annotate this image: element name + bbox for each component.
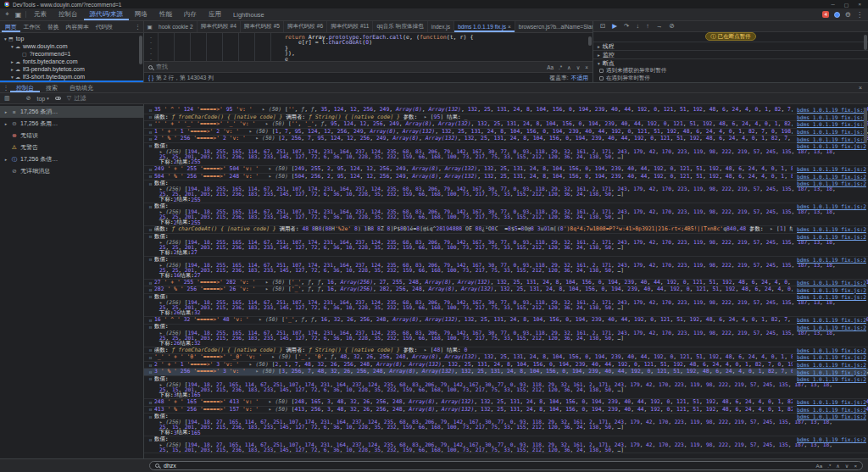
drawer-menu-icon[interactable]: ⋮ <box>2 83 10 92</box>
source-link[interactable]: bdms_1.0.1.19_fix.js:2 <box>793 121 866 128</box>
context-selector[interactable]: top ▾ <box>37 96 49 102</box>
source-link[interactable]: bdms_1.0.1.19_fix.js:2 <box>793 203 866 210</box>
expand-icon[interactable]: ▸ <box>3 157 8 162</box>
devtools-menu-icon[interactable]: ⋮ <box>856 11 863 19</box>
breakpoint-option[interactable]: 遇到未捕获的异常时暂停 <box>593 67 868 75</box>
tab-close-icon[interactable]: × <box>508 24 511 30</box>
debugger-section-断点[interactable]: ▾断点 <box>593 58 868 67</box>
expand-icon[interactable]: ▸ <box>9 59 15 64</box>
console-filter-input[interactable]: ▽ 过滤 <box>67 94 86 103</box>
find-input[interactable]: 查找 <box>156 63 168 71</box>
resume-script-icon[interactable]: ▶ <box>612 22 617 30</box>
tab-Lighthouse[interactable]: Lighthouse <box>227 8 270 20</box>
step-over-icon[interactable]: ↷ <box>624 22 629 30</box>
checkbox-icon[interactable] <box>599 76 604 81</box>
debugger-scrollbar[interactable] <box>864 35 867 50</box>
drawer-tab-搜索[interactable]: 搜索 <box>40 83 64 92</box>
tree-item[interactable]: ▾☁www.douyin.com <box>0 42 143 50</box>
clear-console-icon[interactable]: ⊘ <box>26 95 31 102</box>
source-link[interactable]: bdms_1.0.1.19_fix.js:2 <box>793 174 866 180</box>
expand-icon[interactable]: ▾ <box>9 75 15 80</box>
source-link[interactable]: bdms_1.0.1.19_fix.js:2 <box>793 317 866 324</box>
source-link[interactable]: bdms_1.0.1.19_fix.js:2 <box>793 414 866 420</box>
console-filter-list[interactable]: ▸≡17,256 条消… <box>0 106 143 118</box>
drawer-close-icon[interactable]: × <box>854 83 866 92</box>
source-link[interactable]: bdms_1.0.1.19_fix.js:2 <box>793 129 866 136</box>
dock-icon[interactable]: ⊡ <box>600 22 605 30</box>
tab-strip-icon[interactable]: ▣ <box>144 21 155 32</box>
tree-item[interactable]: ▸☁fonts.bytedance.com <box>0 58 143 65</box>
expand-icon[interactable]: ▸ <box>598 44 600 49</box>
source-link[interactable]: bdms_1.0.1.19_fix.js:2 <box>793 369 866 375</box>
source-link[interactable]: bdms_1.0.1.19_fix.js:2 <box>793 376 866 383</box>
expand-icon[interactable]: ▸ <box>3 109 8 114</box>
expand-icon[interactable]: ▸ <box>3 121 8 126</box>
tab-控制台[interactable]: 控制台 <box>53 8 84 20</box>
source-link[interactable]: bdms_1.0.1.19_fix.js:2 <box>793 436 866 443</box>
find-prev-icon[interactable]: ∧ <box>567 64 571 70</box>
editor-tab[interactable]: bdms 1.0.1.19 fix.js× <box>454 21 515 32</box>
editor-tab[interactable]: index.js <box>428 21 454 32</box>
step-icon[interactable]: → <box>656 22 663 30</box>
search-prev-icon[interactable]: ∧ <box>836 463 840 469</box>
find-next-icon[interactable]: ∨ <box>576 64 581 70</box>
live-expression-eye-icon[interactable] <box>55 97 61 101</box>
match-case-icon[interactable]: Aa <box>816 463 823 469</box>
regex-icon[interactable]: .* <box>827 463 831 469</box>
expand-icon[interactable]: ▸ <box>598 53 600 58</box>
console-filter-info[interactable]: ▸ⓘ17,256 条信… <box>0 153 143 165</box>
drawer-tab-自动填充[interactable]: 自动填充 <box>64 83 99 92</box>
source-link[interactable]: bdms_1.0.1.19_fix.js:2 <box>793 136 866 142</box>
console-filter-warning[interactable]: ⚠无警告 <box>0 142 143 153</box>
step-out-icon[interactable]: ↑ <box>646 22 649 30</box>
editor-tab[interactable]: browsercn.js?b...alName=Slardar <box>515 21 593 32</box>
tab-网络[interactable]: 网络 <box>129 8 153 20</box>
expand-icon[interactable]: ▸ <box>9 67 15 72</box>
tree-item[interactable]: ▸☁lf3-pendah.bytetos.com <box>0 65 143 73</box>
source-link[interactable]: bdms_1.0.1.19_fix.js:2 <box>793 399 866 406</box>
source-link[interactable]: bdms_1.0.1.19_fix.js:2 <box>793 280 866 286</box>
editor-tab[interactable]: 脚本代码段 #4 <box>198 21 241 32</box>
search-close-icon[interactable]: × <box>854 463 857 469</box>
source-link[interactable]: bdms_1.0.1.19_fix.js:2 <box>793 325 866 331</box>
source-link[interactable]: bdms_1.0.1.19_fix.js:2 <box>793 143 866 150</box>
editor-scrollbar[interactable] <box>588 36 592 46</box>
regex-icon[interactable]: .* <box>559 64 562 70</box>
source-link[interactable]: bdms_1.0.1.19_fix.js:2 <box>793 234 866 241</box>
source-link[interactable]: bdms_1.0.1.19_fix.js:2 <box>793 362 866 369</box>
source-link[interactable]: bdms_1.0.1.19_fix.js:2 <box>793 347 866 354</box>
pretty-print-icon[interactable]: { } <box>148 75 153 81</box>
error-count-badge[interactable]: 4 <box>822 11 828 18</box>
deactivate-breakpoints-icon[interactable]: ⊘ <box>669 22 674 30</box>
source-link[interactable]: bdms_1.0.1.19_fix.js:2 <box>793 257 866 264</box>
navigator-tab-网页[interactable]: 网页 <box>2 21 20 32</box>
source-link[interactable]: bdms_1.0.1.19_fix.js:2 <box>793 166 866 173</box>
tab-性能[interactable]: 性能 <box>153 8 178 20</box>
debugger-section-线程[interactable]: ▸线程 <box>593 42 868 50</box>
search-next-icon[interactable]: ∨ <box>845 463 849 469</box>
source-link[interactable]: bdms_1.0.1.19_fix.js:2 <box>793 180 866 187</box>
navigator-tab-内容脚本[interactable]: 内容脚本 <box>63 21 92 32</box>
console-scrollbar[interactable] <box>864 108 867 143</box>
source-link[interactable]: bdms_1.0.1.19_fix.js:2 <box>793 107 866 114</box>
maximize-icon[interactable]: ▢ <box>844 2 849 8</box>
editor-tab[interactable]: 脚本代码段 #11 <box>327 21 373 32</box>
expand-icon[interactable]: ▾ <box>3 36 8 42</box>
expand-icon[interactable]: ▾ <box>9 44 15 49</box>
source-link[interactable]: bdms_1.0.1.19_fix.js:2 <box>793 407 866 414</box>
navigator-tab-代码段[interactable]: 代码段 <box>92 21 116 32</box>
source-link[interactable]: bdms_1.0.1.19_fix.js:2 <box>793 294 866 301</box>
editor-tab[interactable]: qq音乐 响应体掉包 <box>373 21 427 32</box>
close-icon[interactable]: × <box>858 2 861 7</box>
navigator-overflow-icon[interactable]: ⋮ <box>132 21 143 32</box>
tree-item[interactable]: ▾☁lf3-short.bytedapm.com <box>0 73 143 81</box>
device-toolbar-icon[interactable]: ▣ <box>13 8 24 20</box>
console-filter-verbose[interactable]: ⊘无详细消息 <box>0 165 143 177</box>
inspect-icon[interactable]: ⌖ <box>2 8 13 20</box>
source-link[interactable]: bdms_1.0.1.19_fix.js:2 <box>793 114 866 121</box>
settings-gear-icon[interactable]: ⚙ <box>845 11 851 19</box>
tree-item[interactable]: ▢?recommend=1 <box>0 50 143 58</box>
expand-icon[interactable]: ▾ <box>16 82 22 83</box>
source-link[interactable]: bdms_1.0.1.19_fix.js:2 <box>793 286 866 293</box>
match-case-icon[interactable]: Aa <box>547 64 554 70</box>
